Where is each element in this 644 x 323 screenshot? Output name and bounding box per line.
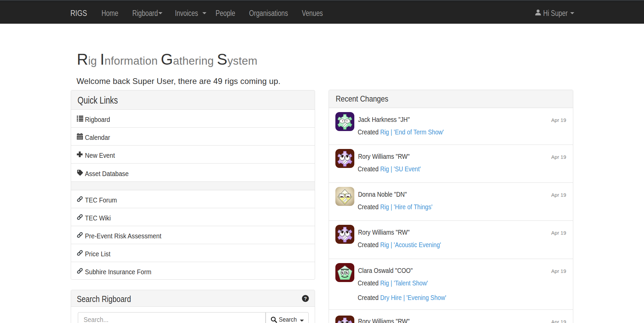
svg-text:?: ? xyxy=(304,296,307,301)
